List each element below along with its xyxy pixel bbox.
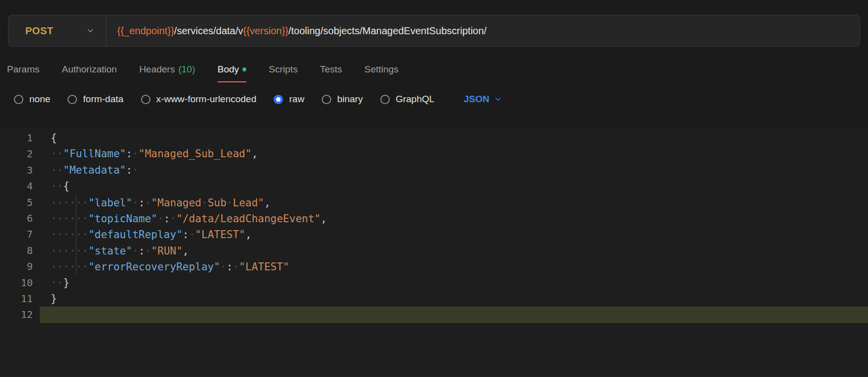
line-number: 1 — [0, 130, 40, 146]
method-select[interactable]: POST — [8, 15, 106, 46]
code-content[interactable]: ··"FullName":·"Managed_Sub_Lead", — [40, 146, 868, 162]
body-editor[interactable]: 1{2··"FullName":·"Managed_Sub_Lead",3··"… — [0, 128, 868, 377]
code-token: ···· — [51, 245, 76, 256]
body-type-binary[interactable]: binary — [322, 94, 363, 105]
code-line[interactable]: 9······"errorRecoveryReplay"·:·"LATEST" — [0, 258, 868, 274]
body-type-graphql[interactable]: GraphQL — [380, 94, 434, 105]
tab-label: Body — [217, 64, 239, 75]
code-line[interactable]: 7······"defaultReplay":·"LATEST", — [0, 226, 868, 242]
code-token: Lead" — [233, 196, 264, 208]
code-line[interactable]: 10··} — [0, 275, 868, 291]
code-token: · — [132, 245, 139, 256]
radio-label: form-data — [83, 94, 123, 105]
code-content[interactable]: ······"errorRecoveryReplay"·:·"LATEST" — [40, 258, 868, 274]
code-content[interactable]: ······"label"·:·"Managed·Sub·Lead", — [40, 194, 868, 210]
code-token: ·· — [51, 148, 63, 160]
code-token: ·· — [76, 229, 88, 241]
tab-settings[interactable]: Settings — [364, 57, 399, 82]
code-token: , — [245, 229, 252, 241]
code-token: · — [145, 245, 151, 256]
language-select[interactable]: JSON — [464, 94, 503, 105]
chevron-down-icon — [86, 26, 95, 35]
tab-body[interactable]: Body — [217, 57, 246, 82]
code-content[interactable]: ······"topicName"·:·"/data/LeadChangeEve… — [40, 210, 868, 226]
modified-dot-icon — [242, 67, 246, 71]
request-tabs: ParamsAuthorizationHeaders(10)BodyScript… — [7, 57, 868, 82]
code-content[interactable]: ··"Metadata":· — [40, 162, 868, 178]
code-token: · — [202, 196, 208, 208]
code-token: : — [183, 229, 189, 241]
line-number: 2 — [0, 146, 40, 162]
tab-params[interactable]: Params — [7, 57, 39, 82]
body-type-form-data[interactable]: form-data — [68, 94, 123, 105]
tab-tests[interactable]: Tests — [320, 57, 342, 82]
code-token: · — [233, 261, 239, 273]
language-label: JSON — [464, 94, 490, 105]
code-token: ·· — [51, 277, 63, 289]
code-token: "label" — [88, 196, 133, 208]
code-content[interactable]: ··{ — [40, 178, 868, 194]
code-token: · — [170, 213, 176, 225]
tab-label: Headers — [139, 64, 175, 75]
code-token: { — [51, 132, 57, 144]
body-type-none[interactable]: none — [14, 94, 50, 105]
radio-label: binary — [337, 94, 363, 105]
radio-icon — [274, 95, 283, 104]
method-label: POST — [25, 25, 53, 37]
code-token: "state" — [88, 245, 133, 256]
code-line[interactable]: 8······"state"·:·"RUN", — [0, 243, 868, 258]
body-type-x-www-form-urlencoded[interactable]: x-www-form-urlencoded — [141, 94, 257, 105]
body-type-raw[interactable]: raw — [274, 94, 304, 105]
code-token: : — [126, 164, 133, 176]
code-token: · — [189, 229, 195, 241]
code-line[interactable]: 2··"FullName":·"Managed_Sub_Lead", — [0, 146, 868, 162]
request-url[interactable]: {{_endpoint}}/services/data/v{{version}}… — [106, 25, 860, 37]
code-line[interactable]: 3··"Metadata":· — [0, 162, 868, 178]
code-content[interactable]: } — [40, 291, 868, 307]
body-type-options: noneform-datax-www-form-urlencodedrawbin… — [14, 94, 434, 105]
code-token: "defaultReplay" — [88, 229, 183, 241]
code-line[interactable]: 6······"topicName"·:·"/data/LeadChangeEv… — [0, 210, 868, 226]
code-token: Sub — [208, 196, 226, 208]
code-token: "LATEST" — [195, 229, 245, 241]
code-token: ···· — [51, 213, 76, 225]
code-content[interactable]: ······"state"·:·"RUN", — [40, 243, 868, 258]
code-token: ·· — [51, 164, 63, 176]
code-token: "topicName" — [88, 213, 157, 225]
tab-scripts[interactable]: Scripts — [269, 57, 297, 82]
code-content[interactable]: { — [40, 130, 868, 146]
tab-authorization[interactable]: Authorization — [62, 57, 117, 82]
code-token: ·· — [76, 245, 88, 256]
line-number: 11 — [0, 291, 40, 307]
code-token: · — [132, 148, 139, 160]
code-token: · — [145, 196, 151, 208]
code-token: : — [164, 213, 170, 225]
chevron-down-icon — [494, 95, 503, 104]
code-token: "Managed_Sub_Lead" — [139, 148, 252, 160]
code-token: : — [139, 245, 145, 256]
code-token: · — [226, 196, 233, 208]
code-token: , — [252, 148, 258, 160]
code-line[interactable]: 12 — [0, 307, 868, 322]
code-line[interactable]: 11} — [0, 291, 868, 307]
line-number: 5 — [0, 194, 40, 210]
code-line[interactable]: 4··{ — [0, 178, 868, 194]
code-content[interactable]: ······"defaultReplay":·"LATEST", — [40, 226, 868, 242]
tab-headers[interactable]: Headers(10) — [139, 57, 195, 82]
radio-icon — [141, 95, 150, 104]
code-token: ·· — [76, 196, 88, 208]
code-token: · — [132, 164, 139, 176]
code-token: · — [220, 261, 226, 273]
request-bar: POST {{_endpoint}}/services/data/v{{vers… — [8, 15, 860, 47]
url-text: /services/data/v — [174, 25, 243, 36]
code-content[interactable]: ··} — [40, 275, 868, 291]
tab-label: Tests — [320, 64, 342, 75]
line-number: 12 — [0, 307, 40, 322]
code-token: , — [321, 213, 327, 225]
code-token: ···· — [51, 196, 76, 208]
code-line[interactable]: 5······"label"·:·"Managed·Sub·Lead", — [0, 194, 868, 210]
code-line[interactable]: 1{ — [0, 130, 868, 146]
code-content[interactable] — [40, 307, 868, 322]
tab-label: Scripts — [269, 64, 297, 75]
code-token: "FullName" — [63, 148, 126, 160]
